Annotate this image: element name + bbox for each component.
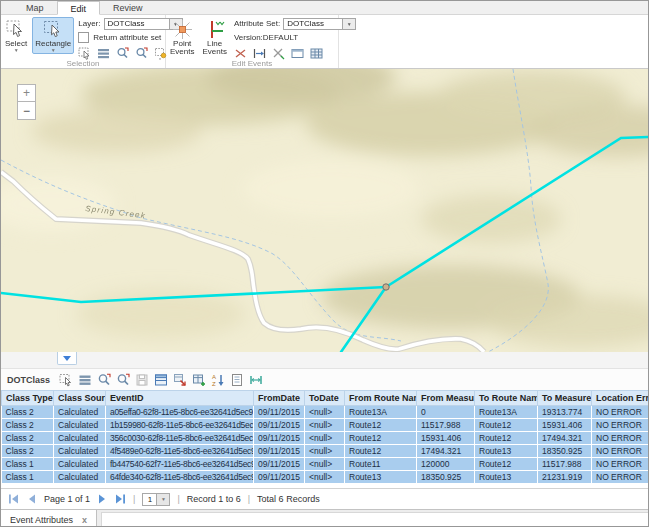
cell: NO ERROR xyxy=(592,458,649,471)
cell: 15931.406 xyxy=(538,419,592,432)
separator: | xyxy=(248,494,250,504)
cell: 17494.321 xyxy=(538,432,592,445)
open-attributes-icon[interactable] xyxy=(229,372,244,387)
cell: NO ERROR xyxy=(592,406,649,419)
cell: Route13 xyxy=(475,471,538,484)
version-label: Version: xyxy=(234,33,263,42)
cell: Class 1 xyxy=(2,458,54,471)
map-canvas[interactable]: Spring Creek + − xyxy=(1,69,648,352)
table-row[interactable]: Class 2Calculateda05effa0-62f8-11e5-8bc6… xyxy=(2,406,649,419)
table-row[interactable]: Class 1Calculatedfb447540-62f7-11e5-8bc6… xyxy=(2,458,649,471)
line-events-button[interactable]: Line Events xyxy=(199,17,229,58)
cell: Route13 xyxy=(345,471,417,484)
cell: NO ERROR xyxy=(592,432,649,445)
sort-records-icon[interactable]: AZ xyxy=(210,372,225,387)
page-number-combobox[interactable]: 1 ▼ xyxy=(142,493,170,506)
cell: Class 2 xyxy=(2,445,54,458)
zoom-in-button[interactable]: + xyxy=(17,84,36,102)
column-header[interactable]: To Measure xyxy=(538,391,592,406)
measure-selection-icon[interactable] xyxy=(248,372,263,387)
column-header[interactable]: Class Source xyxy=(54,391,106,406)
tab-edit[interactable]: Edit xyxy=(57,1,101,15)
application-window: Map Edit Review Select ▼ xyxy=(0,0,649,527)
select-features-icon[interactable] xyxy=(58,372,73,387)
selection-group: Select ▼ Rectangle ▼ Layer: DOTClass xyxy=(1,15,166,68)
page-number-value: 1 xyxy=(142,493,157,506)
pan-to-selection-icon[interactable] xyxy=(115,372,130,387)
tab-review[interactable]: Review xyxy=(100,1,156,14)
tab-event-attributes-label: Event Attributes xyxy=(10,515,73,525)
cell: 17494.321 xyxy=(417,445,475,458)
table-row[interactable]: Class 2Calculated1b159980-62f8-11e5-8bc6… xyxy=(2,419,649,432)
ribbon: Select ▼ Rectangle ▼ Layer: DOTClass xyxy=(1,15,648,69)
select-button[interactable]: Select ▼ xyxy=(2,17,30,54)
panel-title: DOTClass xyxy=(7,375,50,385)
cell: Route13 xyxy=(475,445,538,458)
cell: Route13A xyxy=(475,406,538,419)
cell: 1b159980-62f8-11e5-8bc6-ee32641d5ec9 xyxy=(106,419,254,432)
zoom-to-selection-icon[interactable] xyxy=(96,372,111,387)
remove-from-selection-icon[interactable] xyxy=(172,372,187,387)
rectangle-button[interactable]: Rectangle ▼ xyxy=(32,17,74,54)
basemap: Spring Creek xyxy=(1,69,648,352)
chevron-down-icon[interactable]: ▼ xyxy=(157,493,170,506)
column-header[interactable]: To Route Name xyxy=(475,391,538,406)
point-events-icon xyxy=(172,19,193,40)
show-selected-records-icon[interactable] xyxy=(77,372,92,387)
ribbon-tab-strip: Map Edit Review xyxy=(1,1,648,15)
first-page-button[interactable] xyxy=(8,494,19,504)
table-row[interactable]: Class 2Calculated4f5489e0-62f8-11e5-8bc6… xyxy=(2,445,649,458)
version-value: DEFAULT xyxy=(263,33,298,42)
last-page-button[interactable] xyxy=(115,494,126,504)
table-row[interactable]: Class 1Calculated64fde340-62f8-11e5-8bc6… xyxy=(2,471,649,484)
route-junction-marker[interactable] xyxy=(383,284,389,290)
column-header[interactable]: FromDate xyxy=(254,391,305,406)
chevron-down-icon[interactable]: ▼ xyxy=(51,48,56,52)
cell: Route11 xyxy=(345,458,417,471)
cell: 09/11/2015 xyxy=(254,445,305,458)
table-row[interactable]: Class 2Calculated356c0030-62f8-11e5-8bc6… xyxy=(2,432,649,445)
close-icon[interactable]: x xyxy=(82,515,87,525)
cell: a05effa0-62f8-11e5-8bc6-ee32641d5ec9 xyxy=(106,406,254,419)
pagination-bar: Page 1 of 1 | 1 ▼ | Record 1 to 6 | Tota… xyxy=(1,488,648,509)
svg-text:A: A xyxy=(212,374,216,380)
return-attribute-set-label: Return attribute set xyxy=(93,33,161,42)
cell: 64fde340-62f8-11e5-8bc6-ee32641d5ec9 xyxy=(106,471,254,484)
panel-splitter[interactable] xyxy=(1,352,648,369)
next-page-button[interactable] xyxy=(97,494,108,504)
column-header[interactable]: From Measure xyxy=(417,391,475,406)
bottom-tab-bar: Event Attributes x xyxy=(1,509,648,527)
column-header[interactable]: Class Type xyxy=(2,391,54,406)
chevron-down-icon xyxy=(63,356,71,361)
column-header[interactable]: EventID xyxy=(106,391,254,406)
cell: Route12 xyxy=(345,419,417,432)
selection-group-label: Selection xyxy=(1,59,165,68)
previous-page-button[interactable] xyxy=(26,494,37,504)
cell: Calculated xyxy=(54,445,106,458)
switch-table-icon[interactable] xyxy=(153,372,168,387)
record-range-text: Record 1 to 6 xyxy=(187,494,241,504)
tab-event-attributes[interactable]: Event Attributes x xyxy=(1,510,97,527)
line-events-label: Line Events xyxy=(202,40,226,56)
chevron-down-icon[interactable]: ▼ xyxy=(14,48,19,52)
column-header[interactable]: Location Error xyxy=(592,391,649,406)
ribbon-empty-area xyxy=(339,15,648,68)
cell: <null> xyxy=(305,419,345,432)
cell: 09/11/2015 xyxy=(254,458,305,471)
cell: NO ERROR xyxy=(592,471,649,484)
point-events-button[interactable]: Point Events xyxy=(167,17,197,58)
cell: NO ERROR xyxy=(592,445,649,458)
cell: Class 2 xyxy=(2,432,54,445)
return-attribute-set-checkbox[interactable] xyxy=(78,32,89,43)
svg-text:Z: Z xyxy=(212,381,216,387)
tab-map[interactable]: Map xyxy=(13,1,57,14)
column-header[interactable]: ToDate xyxy=(305,391,345,406)
append-to-selection-icon[interactable] xyxy=(191,372,206,387)
cell: 19313.774 xyxy=(538,406,592,419)
cell: Class 2 xyxy=(2,406,54,419)
column-header[interactable]: From Route Name xyxy=(345,391,417,406)
save-edits-icon[interactable] xyxy=(134,372,149,387)
collapse-panel-button[interactable] xyxy=(57,352,77,365)
zoom-out-button[interactable]: − xyxy=(17,102,36,120)
cell: Calculated xyxy=(54,458,106,471)
